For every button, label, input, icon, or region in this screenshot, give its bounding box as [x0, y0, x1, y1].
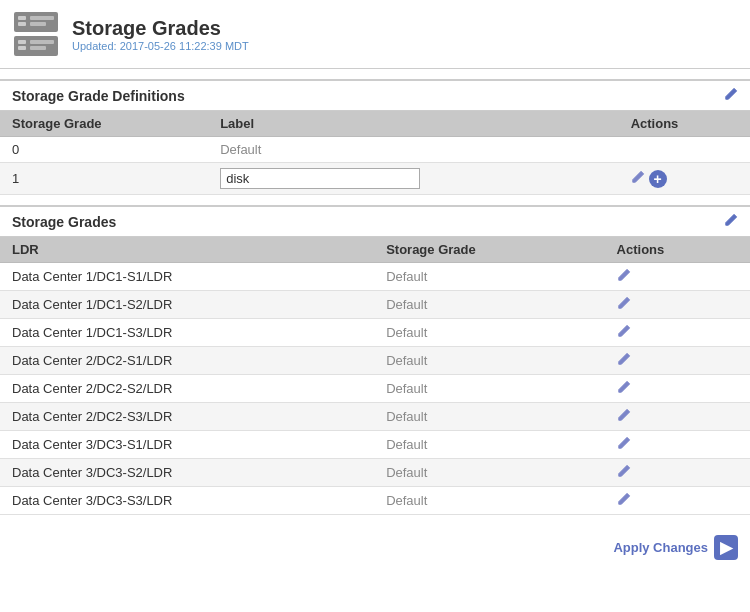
grade-ldr-cell: Data Center 1/DC1-S2/LDR [0, 291, 374, 319]
grades-section-header: Storage Grades [0, 205, 750, 237]
grade-actions-cell [605, 319, 750, 347]
definitions-row: 1+ [0, 163, 750, 195]
grade-edit-pencil-icon[interactable] [617, 410, 631, 425]
def-col-grade: Storage Grade [0, 111, 208, 137]
grades-row: Data Center 3/DC3-S1/LDRDefault [0, 431, 750, 459]
grade-ldr-cell: Data Center 1/DC1-S3/LDR [0, 319, 374, 347]
grade-col-grade: Storage Grade [374, 237, 604, 263]
svg-rect-7 [30, 22, 46, 26]
grade-grade-cell: Default [374, 403, 604, 431]
def-actions-cell: + [619, 163, 750, 195]
grade-actions-cell [605, 263, 750, 291]
grade-edit-pencil-icon[interactable] [617, 298, 631, 313]
grade-actions-cell [605, 291, 750, 319]
grades-row: Data Center 2/DC2-S3/LDRDefault [0, 403, 750, 431]
def-grade-cell: 0 [0, 137, 208, 163]
svg-rect-4 [18, 40, 26, 44]
grades-edit-icon[interactable] [724, 213, 738, 230]
def-label-input[interactable] [220, 168, 420, 189]
grade-actions-cell [605, 403, 750, 431]
grade-ldr-cell: Data Center 2/DC2-S2/LDR [0, 375, 374, 403]
grades-row: Data Center 1/DC1-S2/LDRDefault [0, 291, 750, 319]
page-title: Storage Grades [72, 16, 249, 40]
def-col-actions: Actions [619, 111, 750, 137]
grades-row: Data Center 3/DC3-S3/LDRDefault [0, 487, 750, 515]
grade-grade-cell: Default [374, 263, 604, 291]
grade-grade-cell: Default [374, 459, 604, 487]
grade-edit-pencil-icon[interactable] [617, 382, 631, 397]
grade-actions-cell [605, 487, 750, 515]
definitions-section-header: Storage Grade Definitions [0, 79, 750, 111]
grade-grade-cell: Default [374, 487, 604, 515]
def-edit-pencil-icon[interactable] [631, 170, 645, 187]
def-label-cell[interactable] [208, 163, 618, 195]
grade-edit-pencil-icon[interactable] [617, 494, 631, 509]
def-actions-cell [619, 137, 750, 163]
grade-edit-pencil-icon[interactable] [617, 326, 631, 341]
grade-grade-cell: Default [374, 375, 604, 403]
grade-grade-cell: Default [374, 291, 604, 319]
page-header: Storage Grades Updated: 2017-05-26 11:22… [0, 0, 750, 69]
grade-edit-pencil-icon[interactable] [617, 466, 631, 481]
grade-ldr-cell: Data Center 3/DC3-S3/LDR [0, 487, 374, 515]
definitions-section-title: Storage Grade Definitions [12, 88, 185, 104]
grade-col-actions: Actions [605, 237, 750, 263]
def-col-label: Label [208, 111, 618, 137]
def-label-cell: Default [208, 137, 618, 163]
page-icon [12, 10, 60, 58]
svg-rect-3 [18, 22, 26, 26]
apply-changes-label: Apply Changes [613, 540, 708, 555]
grades-row: Data Center 2/DC2-S2/LDRDefault [0, 375, 750, 403]
svg-rect-5 [18, 46, 26, 50]
svg-rect-9 [30, 46, 46, 50]
grade-edit-pencil-icon[interactable] [617, 354, 631, 369]
grade-actions-cell [605, 459, 750, 487]
grade-actions-cell [605, 347, 750, 375]
grade-ldr-cell: Data Center 3/DC3-S1/LDR [0, 431, 374, 459]
svg-rect-8 [30, 40, 54, 44]
grade-grade-cell: Default [374, 319, 604, 347]
definitions-row: 0Default [0, 137, 750, 163]
grades-row: Data Center 2/DC2-S1/LDRDefault [0, 347, 750, 375]
grade-ldr-cell: Data Center 1/DC1-S1/LDR [0, 263, 374, 291]
grade-edit-pencil-icon[interactable] [617, 270, 631, 285]
grade-grade-cell: Default [374, 431, 604, 459]
grade-ldr-cell: Data Center 2/DC2-S1/LDR [0, 347, 374, 375]
grade-actions-cell [605, 431, 750, 459]
grade-actions-cell [605, 375, 750, 403]
definitions-edit-icon[interactable] [724, 87, 738, 104]
grades-section: Storage Grades LDR Storage Grade Actions… [0, 205, 750, 515]
def-add-icon[interactable]: + [649, 170, 667, 188]
grade-ldr-cell: Data Center 3/DC3-S2/LDR [0, 459, 374, 487]
grades-row: Data Center 1/DC1-S3/LDRDefault [0, 319, 750, 347]
svg-rect-2 [18, 16, 26, 20]
grades-section-title: Storage Grades [12, 214, 116, 230]
apply-changes-button[interactable]: Apply Changes ▶ [613, 535, 738, 560]
grades-table: LDR Storage Grade Actions Data Center 1/… [0, 237, 750, 515]
definitions-table: Storage Grade Label Actions 0Default1+ [0, 111, 750, 195]
grade-grade-cell: Default [374, 347, 604, 375]
svg-rect-6 [30, 16, 54, 20]
grade-edit-pencil-icon[interactable] [617, 438, 631, 453]
page-updated: Updated: 2017-05-26 11:22:39 MDT [72, 40, 249, 52]
def-grade-cell: 1 [0, 163, 208, 195]
page-footer: Apply Changes ▶ [0, 525, 750, 570]
grades-row: Data Center 1/DC1-S1/LDRDefault [0, 263, 750, 291]
apply-changes-arrow-icon: ▶ [714, 535, 738, 560]
grade-ldr-cell: Data Center 2/DC2-S3/LDR [0, 403, 374, 431]
definitions-section: Storage Grade Definitions Storage Grade … [0, 79, 750, 195]
grades-row: Data Center 3/DC3-S2/LDRDefault [0, 459, 750, 487]
grade-col-ldr: LDR [0, 237, 374, 263]
